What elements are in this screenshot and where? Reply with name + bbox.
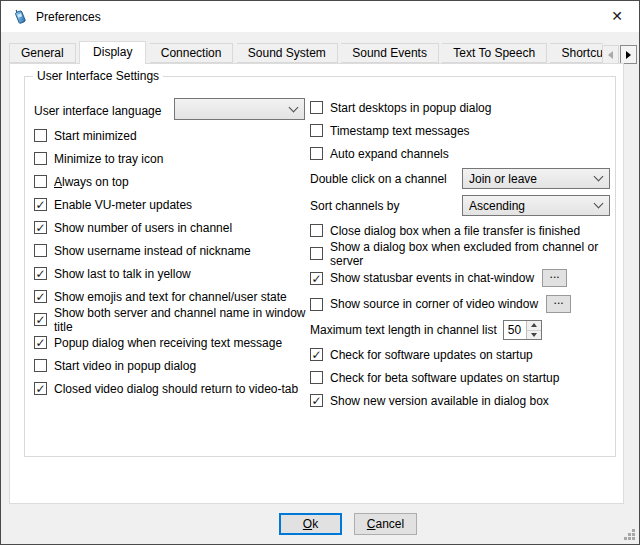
chevron-down-icon [289, 102, 299, 112]
checkbox-label: Close dialog box when a file transfer is… [330, 224, 580, 238]
checkbox-label: Closed video dialog should return to vid… [54, 382, 298, 396]
max-text-length-input[interactable]: 50 [504, 321, 526, 339]
checkbox-label: Minimize to tray icon [54, 152, 163, 166]
checkbox-row-closed-video-return[interactable]: ✓ Closed video dialog should return to v… [34, 377, 310, 400]
checkbox-row-check-beta-updates[interactable]: Check for beta software updates on start… [310, 366, 620, 389]
checkbox[interactable]: ✓ [310, 272, 323, 285]
checkbox[interactable]: ✓ [34, 198, 47, 211]
checkbox-row-vu-meter[interactable]: ✓ Enable VU-meter updates [34, 193, 310, 216]
group-title: User Interface Settings [33, 69, 163, 83]
checkbox[interactable]: ✓ [34, 267, 47, 280]
checkbox-row-window-title[interactable]: ✓ Show both server and channel name in w… [34, 308, 310, 331]
checkbox-label: Show username instead of nickname [54, 244, 251, 258]
tab-sound-events[interactable]: Sound Events [341, 43, 439, 63]
checkbox[interactable]: ✓ [34, 221, 47, 234]
checkbox-row-new-version-dialog[interactable]: ✓ Show new version available in dialog b… [310, 389, 620, 412]
checkbox-row-timestamp[interactable]: Timestamp text messages [310, 119, 620, 142]
tab-scroll-left-button [602, 45, 619, 64]
tab-shortcuts[interactable]: Shortcuts [550, 43, 603, 63]
language-select[interactable] [174, 98, 305, 120]
tab-sound-system[interactable]: Sound System [237, 43, 338, 63]
tab-general[interactable]: General [9, 43, 76, 63]
spin-down-button[interactable] [527, 331, 541, 340]
checkbox-row-minimize-to-tray[interactable]: Minimize to tray icon [34, 147, 310, 170]
checkbox-label: Show new version available in dialog box [330, 394, 549, 408]
tab-bar: General Display Connection Sound System … [9, 41, 603, 64]
sort-channels-row: Sort channels by Ascending [310, 192, 620, 219]
arrow-down-icon [531, 333, 537, 337]
app-icon [12, 8, 29, 25]
checkbox-row-show-user-count[interactable]: ✓ Show number of users in channel [34, 216, 310, 239]
checkbox[interactable] [310, 224, 323, 237]
checkbox[interactable] [34, 244, 47, 257]
sort-channels-label: Sort channels by [310, 199, 399, 213]
checkbox-row-username-nickname[interactable]: Show username instead of nickname [34, 239, 310, 262]
checkbox-label: Popup dialog when receiving text message [54, 336, 282, 350]
checkbox-label: Start video in popup dialog [54, 359, 196, 373]
checkbox-row-desktops-popup[interactable]: Start desktops in popup dialog [310, 96, 620, 119]
checkbox-label: Show emojis and text for channel/user st… [54, 290, 287, 304]
checkbox[interactable] [34, 359, 47, 372]
checkbox-label: Always on top [54, 175, 129, 189]
display-tab-page: User Interface Settings User interface l… [9, 63, 624, 504]
tab-scroll-right-button[interactable] [620, 45, 637, 64]
preferences-dialog: Preferences ✕ General Display Connection… [0, 0, 640, 545]
checkbox-label: Show number of users in channel [54, 221, 232, 235]
checkbox[interactable] [310, 101, 323, 114]
checkbox-label: Timestamp text messages [330, 124, 470, 138]
checkbox-label: Show last to talk in yellow [54, 267, 191, 281]
checkbox[interactable] [310, 124, 323, 137]
checkbox-row-excluded-dialog[interactable]: Show a dialog box when excluded from cha… [310, 242, 620, 265]
double-click-row: Double click on a channel Join or leave [310, 165, 620, 192]
checkbox-row-popup-text-message[interactable]: ✓ Popup dialog when receiving text messa… [34, 331, 310, 354]
resize-grip-icon[interactable] [622, 527, 635, 540]
checkbox[interactable]: ✓ [310, 394, 323, 407]
video-source-options-button[interactable]: ... [546, 295, 571, 313]
checkbox-row-auto-expand[interactable]: Auto expand channels [310, 142, 620, 165]
max-text-length-spinner: 50 [503, 320, 542, 340]
checkbox-label: Enable VU-meter updates [54, 198, 192, 212]
double-click-label: Double click on a channel [310, 172, 447, 186]
statusbar-events-options-button[interactable]: ... [542, 269, 567, 287]
checkbox[interactable] [34, 152, 47, 165]
checkbox-row-video-popup[interactable]: Start video in popup dialog [34, 354, 310, 377]
checkbox-label: Show statusbar events in chat-window [330, 271, 534, 285]
double-click-select[interactable]: Join or leave [462, 168, 610, 189]
checkbox-row-last-to-talk[interactable]: ✓ Show last to talk in yellow [34, 262, 310, 285]
checkbox-label: Auto expand channels [330, 147, 449, 161]
checkbox[interactable]: ✓ [34, 313, 47, 326]
checkbox[interactable] [34, 129, 47, 142]
tab-display[interactable]: Display [79, 41, 146, 64]
checkbox[interactable]: ✓ [310, 348, 323, 361]
tab-connection[interactable]: Connection [150, 43, 234, 63]
checkbox[interactable] [310, 147, 323, 160]
close-icon[interactable]: ✕ [603, 5, 631, 27]
checkbox-row-check-updates[interactable]: ✓ Check for software updates on startup [310, 343, 620, 366]
chevron-right-icon [626, 51, 631, 59]
checkbox[interactable] [310, 247, 323, 260]
max-text-length-row: Maximum text length in channel list 50 [310, 317, 620, 343]
checkbox[interactable]: ✓ [34, 290, 47, 303]
checkbox[interactable] [310, 298, 323, 311]
checkbox[interactable] [34, 175, 47, 188]
checkbox[interactable]: ✓ [34, 336, 47, 349]
right-column: Start desktops in popup dialog Timestamp… [310, 96, 620, 412]
max-text-length-label: Maximum text length in channel list [310, 323, 497, 337]
window-title: Preferences [36, 10, 101, 24]
cancel-button[interactable]: Cancel [354, 513, 417, 535]
spin-up-button[interactable] [527, 321, 541, 331]
sort-channels-select[interactable]: Ascending [462, 195, 610, 216]
ok-button[interactable]: Ok [279, 513, 342, 535]
chevron-left-icon [608, 51, 613, 59]
checkbox-row-always-on-top[interactable]: Always on top [34, 170, 310, 193]
checkbox[interactable] [310, 371, 323, 384]
double-click-value: Join or leave [469, 172, 537, 186]
checkbox-label: Show source in corner of video window [330, 297, 538, 311]
checkbox-row-statusbar-events[interactable]: ✓ Show statusbar events in chat-window .… [310, 265, 620, 291]
tab-text-to-speech[interactable]: Text To Speech [442, 43, 547, 63]
checkbox[interactable]: ✓ [34, 382, 47, 395]
checkbox-row-video-source-corner[interactable]: Show source in corner of video window ..… [310, 291, 620, 317]
title-bar[interactable]: Preferences ✕ [1, 1, 639, 32]
checkbox-row-start-minimized[interactable]: Start minimized [34, 124, 310, 147]
checkbox-label: Start desktops in popup dialog [330, 101, 491, 115]
